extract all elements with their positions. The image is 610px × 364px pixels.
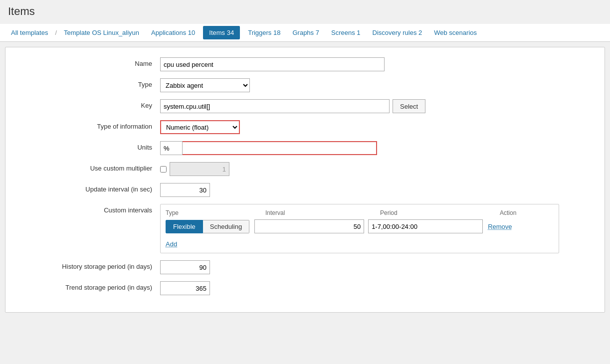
trend-input[interactable]	[160, 281, 210, 295]
tab-discovery-rules[interactable]: Discovery rules 2	[367, 24, 428, 41]
content-area: Name Type Zabbix agent Zabbix agent (act…	[5, 47, 605, 313]
key-select-button[interactable]: Select	[393, 99, 425, 113]
ci-header: Type Interval Period Action	[166, 209, 554, 219]
custom-intervals-label: Custom intervals	[15, 204, 160, 214]
update-interval-field	[160, 183, 595, 197]
ci-remove-link[interactable]: Remove	[488, 223, 512, 230]
trend-label: Trend storage period (in days)	[15, 281, 160, 291]
type-row: Type Zabbix agent Zabbix agent (active) …	[5, 78, 605, 92]
multiplier-row: Use custom multiplier	[5, 162, 605, 176]
name-field	[160, 57, 595, 71]
trend-row: Trend storage period (in days)	[5, 281, 605, 295]
tab-graphs[interactable]: Graphs 7	[286, 24, 325, 41]
ci-add-link[interactable]: Add	[166, 240, 177, 248]
ci-tab-group: Flexible Scheduling	[166, 220, 249, 233]
history-field	[160, 260, 595, 274]
update-interval-label: Update interval (in sec)	[15, 183, 160, 193]
multiplier-checkbox[interactable]	[160, 166, 167, 173]
breadcrumb-all-templates[interactable]: All templates	[5, 24, 54, 41]
type-of-info-label: Type of information	[15, 120, 160, 130]
ci-col-interval-header: Interval	[265, 209, 380, 216]
multiplier-field	[160, 162, 595, 176]
type-field: Zabbix agent Zabbix agent (active) Simpl…	[160, 78, 595, 92]
units-label: Units	[15, 141, 160, 151]
ci-row: Flexible Scheduling Remove	[166, 219, 554, 233]
ci-scheduling-tab[interactable]: Scheduling	[203, 220, 249, 233]
breadcrumb-separator: /	[54, 29, 58, 36]
trend-field	[160, 281, 595, 295]
units-row: Units	[5, 141, 605, 155]
custom-intervals-row: Custom intervals Type Interval Period Ac…	[5, 204, 605, 253]
key-field: Select	[160, 99, 595, 113]
type-label: Type	[15, 78, 160, 88]
units-extra-input[interactable]	[183, 141, 377, 155]
ci-interval-input[interactable]	[254, 219, 364, 233]
custom-intervals-container: Type Interval Period Action Flexible Sch…	[160, 204, 559, 253]
units-field	[160, 141, 595, 155]
name-input[interactable]	[160, 57, 385, 71]
update-interval-input[interactable]	[160, 183, 210, 197]
custom-intervals-field: Type Interval Period Action Flexible Sch…	[160, 204, 595, 253]
key-label: Key	[15, 99, 160, 109]
type-of-info-select[interactable]: Numeric (float) Numeric (unsigned) Chara…	[160, 120, 240, 134]
key-row: Key Select	[5, 99, 605, 113]
nav-tabs: All templates / Template OS Linux_aliyun…	[0, 24, 610, 42]
history-label: History storage period (in days)	[15, 260, 160, 270]
name-label: Name	[15, 57, 160, 67]
multiplier-input[interactable]	[170, 162, 229, 176]
update-interval-row: Update interval (in sec)	[5, 183, 605, 197]
ci-col-period-header: Period	[380, 209, 500, 216]
ci-period-input[interactable]	[368, 219, 483, 233]
name-row: Name	[5, 57, 605, 71]
tab-web-scenarios[interactable]: Web scenarios	[428, 24, 483, 41]
tab-triggers[interactable]: Triggers 18	[242, 24, 286, 41]
type-of-info-field: Numeric (float) Numeric (unsigned) Chara…	[160, 120, 595, 134]
tab-screens[interactable]: Screens 1	[325, 24, 367, 41]
history-input[interactable]	[160, 260, 210, 274]
type-select[interactable]: Zabbix agent Zabbix agent (active) Simpl…	[160, 78, 250, 92]
ci-col-type-header: Type	[166, 209, 265, 216]
tab-items[interactable]: Items 34	[203, 26, 240, 39]
breadcrumb-template[interactable]: Template OS Linux_aliyun	[58, 24, 145, 41]
units-input[interactable]	[160, 141, 183, 155]
ci-col-action-header: Action	[500, 209, 554, 216]
multiplier-label: Use custom multiplier	[15, 162, 160, 172]
key-input[interactable]	[160, 99, 390, 113]
ci-flexible-tab[interactable]: Flexible	[166, 220, 203, 233]
tab-applications[interactable]: Applications 10	[145, 24, 201, 41]
history-row: History storage period (in days)	[5, 260, 605, 274]
page-title: Items	[0, 0, 610, 24]
type-of-info-row: Type of information Numeric (float) Nume…	[5, 120, 605, 134]
